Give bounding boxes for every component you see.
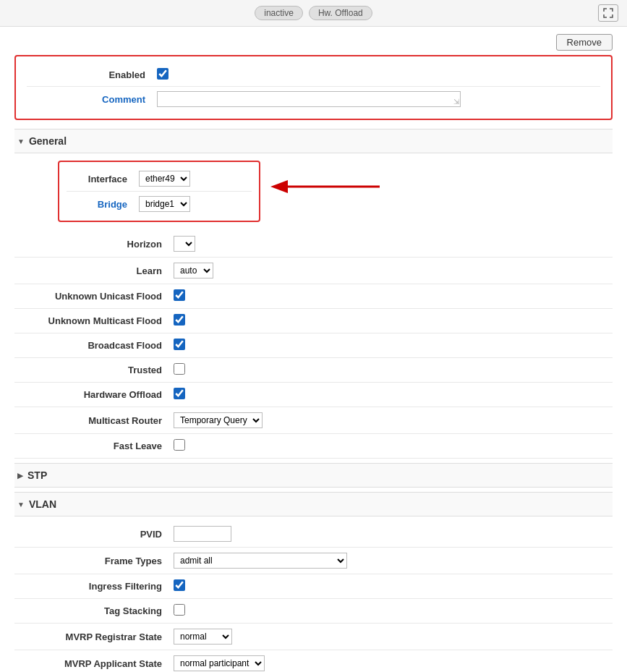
ingress-filtering-checkbox[interactable] [174, 579, 185, 591]
frame-types-row: Frame Types admit all admit only vlan ta… [14, 548, 613, 574]
enabled-value [157, 68, 600, 82]
stp-section-header[interactable]: ▶ STP [14, 463, 613, 488]
vlan-section-header[interactable]: ▼ VLAN [14, 492, 613, 516]
pvid-row: PVID 1 [14, 521, 613, 548]
horizon-select[interactable] [174, 236, 195, 252]
bridge-value: bridge1 bridge2 [139, 196, 252, 212]
broadcast-flood-checkbox[interactable] [174, 339, 185, 350]
interface-bridge-box: Interface ether49 ether1 ether2 Bridge [58, 161, 260, 222]
vlan-collapse-icon: ▼ [17, 501, 25, 509]
mvrp-applicant-select[interactable]: normal participant non-participant [174, 655, 265, 671]
tag-stacking-label: Tag Stacking [14, 605, 174, 616]
top-bar: inactive Hw. Offload [0, 0, 627, 27]
trusted-checkbox[interactable] [174, 363, 185, 375]
horizon-row: Horizon [14, 231, 613, 258]
unknown-unicast-label: Unknown Unicast Flood [14, 291, 174, 302]
comment-label: Comment [27, 94, 157, 105]
broadcast-flood-value [174, 339, 613, 352]
trusted-label: Trusted [14, 365, 174, 375]
multicast-router-label: Multicast Router [14, 415, 174, 426]
comment-row: Comment Out of Band Management Port ⇲ [27, 87, 600, 111]
multicast-router-value: Temporary Query Disabled Permanent [174, 412, 613, 428]
broadcast-flood-label: Broadcast Flood [14, 340, 174, 351]
general-title: General [29, 135, 67, 147]
arrow-container [268, 172, 383, 203]
bridge-label: Bridge [67, 199, 139, 210]
trusted-row: Trusted [14, 358, 613, 383]
broadcast-flood-row: Broadcast Flood [14, 333, 613, 358]
ingress-filtering-value [174, 579, 613, 593]
mvrp-registrar-select[interactable]: normal fixed forbidden [174, 629, 232, 645]
general-section-content: Interface ether49 ether1 ether2 Bridge [14, 158, 613, 459]
fast-leave-label: Fast Leave [14, 441, 174, 451]
mvrp-registrar-value: normal fixed forbidden [174, 629, 613, 645]
interface-value: ether49 ether1 ether2 [139, 171, 252, 187]
learn-value: auto local no [174, 263, 613, 278]
learn-select[interactable]: auto local no [174, 263, 213, 278]
learn-label: Learn [14, 265, 174, 276]
frame-types-select[interactable]: admit all admit only vlan tagged admit o… [174, 553, 347, 569]
mvrp-applicant-label: MVRP Applicant State [14, 658, 174, 669]
page-wrapper: inactive Hw. Offload Remove Enabled [0, 0, 627, 672]
ingress-filtering-row: Ingress Filtering [14, 574, 613, 599]
multicast-router-row: Multicast Router Temporary Query Disable… [14, 407, 613, 434]
unknown-multicast-label: Unknown Multicast Flood [14, 315, 174, 326]
remove-button[interactable]: Remove [556, 34, 613, 51]
fast-leave-checkbox[interactable] [174, 439, 185, 451]
pvid-value: 1 [174, 526, 613, 542]
ingress-filtering-label: Ingress Filtering [14, 581, 174, 592]
hw-offload-badge: Hw. Offload [309, 6, 372, 20]
mvrp-registrar-row: MVRP Registrar State normal fixed forbid… [14, 624, 613, 650]
fullscreen-button[interactable] [598, 4, 618, 22]
red-arrow-icon [268, 172, 383, 201]
frame-types-value: admit all admit only vlan tagged admit o… [174, 553, 613, 569]
stp-title: STP [27, 469, 47, 481]
unknown-multicast-value [174, 314, 613, 328]
unknown-multicast-row: Unknown Multicast Flood [14, 309, 613, 333]
comment-value: Out of Band Management Port ⇲ [157, 91, 600, 107]
stp-expand-icon: ▶ [17, 472, 23, 480]
mvrp-applicant-value: normal participant non-participant [174, 655, 613, 671]
learn-row: Learn auto local no [14, 258, 613, 284]
bridge-row: Bridge bridge1 bridge2 [67, 192, 252, 216]
comment-wrap: Out of Band Management Port ⇲ [157, 91, 461, 107]
general-collapse-icon: ▼ [17, 137, 25, 145]
enabled-comment-box: Enabled Comment Out of Band Management P… [14, 55, 613, 120]
fast-leave-row: Fast Leave [14, 434, 613, 459]
hardware-offload-label: Hardware Offload [14, 389, 174, 400]
frame-types-label: Frame Types [14, 556, 174, 566]
vlan-title: VLAN [29, 498, 56, 510]
tag-stacking-value [174, 604, 613, 618]
bridge-select[interactable]: bridge1 bridge2 [139, 196, 190, 212]
trusted-value [174, 363, 613, 377]
mvrp-registrar-label: MVRP Registrar State [14, 631, 174, 642]
tag-stacking-row: Tag Stacking [14, 599, 613, 624]
hardware-offload-checkbox[interactable] [174, 388, 185, 399]
multicast-router-select[interactable]: Temporary Query Disabled Permanent [174, 412, 263, 428]
interface-row: Interface ether49 ether1 ether2 [67, 166, 252, 192]
general-section-header[interactable]: ▼ General [14, 129, 613, 153]
remove-area: Remove [14, 34, 613, 51]
mvrp-applicant-row: MVRP Applicant State normal participant … [14, 650, 613, 672]
tag-stacking-checkbox[interactable] [174, 604, 185, 616]
hardware-offload-row: Hardware Offload [14, 383, 613, 407]
fast-leave-value [174, 439, 613, 453]
comment-input[interactable]: Out of Band Management Port [157, 91, 461, 107]
interface-label: Interface [67, 174, 139, 184]
main-content: Remove Enabled Comment Out of Band Manag… [0, 27, 627, 672]
enabled-checkbox[interactable] [157, 68, 169, 80]
horizon-label: Horizon [14, 239, 174, 250]
unknown-unicast-row: Unknown Unicast Flood [14, 284, 613, 309]
interface-select[interactable]: ether49 ether1 ether2 [139, 171, 190, 187]
fullscreen-icon [603, 8, 613, 18]
unknown-unicast-checkbox[interactable] [174, 289, 185, 301]
unknown-unicast-value [174, 289, 613, 303]
enabled-label: Enabled [27, 69, 157, 80]
pvid-input[interactable]: 1 [174, 526, 231, 542]
horizon-value [174, 236, 613, 252]
inactive-badge: inactive [255, 6, 303, 20]
pvid-label: PVID [14, 529, 174, 540]
unknown-multicast-checkbox[interactable] [174, 314, 185, 326]
enabled-row: Enabled [27, 64, 600, 87]
resize-handle: ⇲ [453, 98, 459, 106]
